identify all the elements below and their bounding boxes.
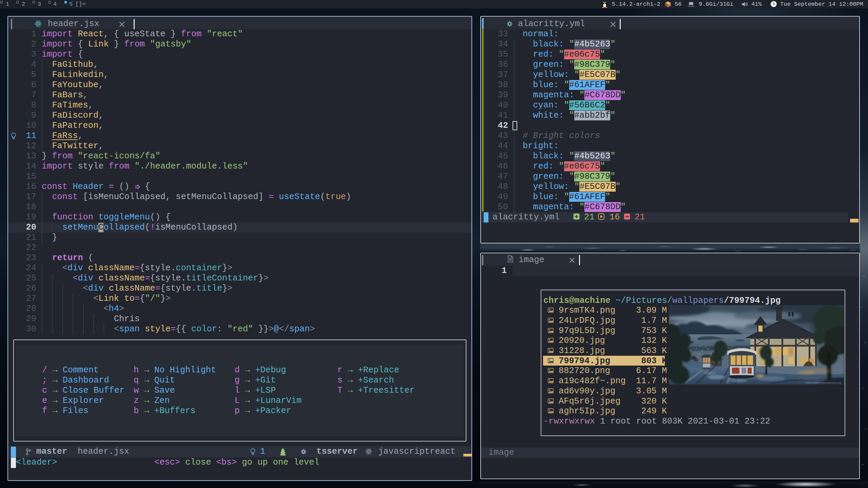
svg-text:www.DesktopBackground.org: www.DesktopBackground.org xyxy=(805,381,841,384)
